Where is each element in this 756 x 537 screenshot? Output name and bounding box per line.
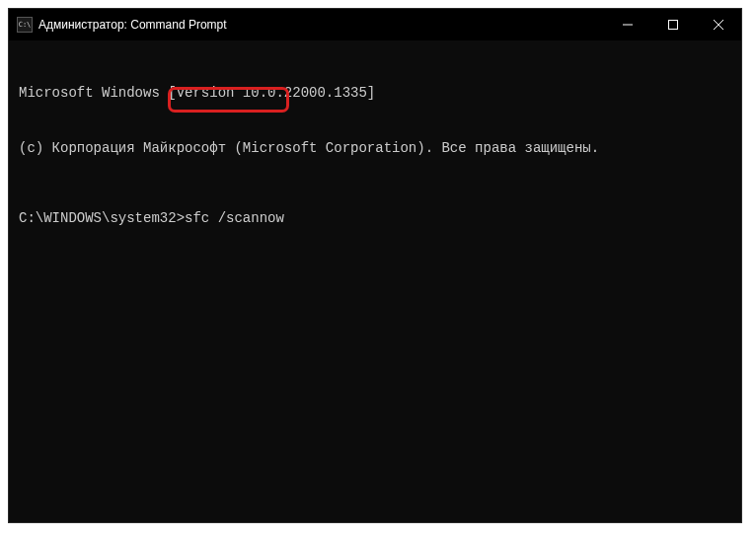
command-prompt-window: C:\ Администратор: Command Prompt	[8, 8, 742, 523]
minimize-icon	[623, 20, 633, 30]
minimize-button[interactable]	[605, 9, 650, 40]
close-button[interactable]	[696, 9, 741, 40]
close-icon	[714, 20, 723, 30]
cmd-app-icon: C:\	[17, 17, 33, 33]
prompt-path: C:\WINDOWS\system32>	[19, 210, 185, 226]
version-line: Microsoft Windows [Version 10.0.22000.13…	[19, 84, 731, 103]
titlebar-left: C:\ Администратор: Command Prompt	[9, 17, 227, 33]
maximize-icon	[668, 20, 678, 30]
prompt-line: C:\WINDOWS\system32>sfc /scannow	[19, 209, 731, 228]
window-title: Администратор: Command Prompt	[38, 18, 227, 32]
titlebar[interactable]: C:\ Администратор: Command Prompt	[9, 9, 741, 40]
window-controls	[605, 9, 741, 40]
typed-command: sfc /scannow	[185, 210, 284, 226]
maximize-button[interactable]	[650, 9, 696, 40]
copyright-line: (c) Корпорация Майкрософт (Microsoft Cor…	[19, 139, 731, 158]
terminal-area[interactable]: Microsoft Windows [Version 10.0.22000.13…	[9, 40, 741, 522]
svg-rect-1	[669, 21, 678, 30]
